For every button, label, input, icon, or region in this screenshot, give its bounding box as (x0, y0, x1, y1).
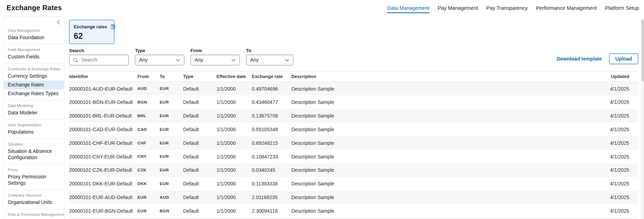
cell-from-currency: CHF (138, 141, 160, 145)
table-row[interactable]: 20000101-EUR-BGN-Default EUR BGN Default… (69, 204, 638, 218)
cell-description: Description Sample (291, 113, 589, 119)
sidebar-item-exchange-rates-types[interactable]: Exchange Rates Types (4, 89, 64, 98)
table-row[interactable]: 20000101-CZK-EUR-Default CZK EUR Default… (69, 163, 638, 177)
cell-identifier: 20000101-DKK-EUR-Default (69, 181, 138, 186)
nav-item-platform-setup[interactable]: Platform Setup (605, 3, 639, 13)
cell-identifier: 20000101-AUD-EUR-Default (69, 86, 138, 91)
nav-item-pay-transparency[interactable]: Pay Transparency (486, 3, 527, 13)
from-label: From (190, 48, 240, 53)
search-filter: Search (69, 48, 129, 65)
cell-type: Default (183, 127, 216, 132)
cell-description: Description Sample (291, 99, 589, 105)
sidebar-group-label: Field Management (4, 47, 64, 52)
sidebar-groups: Data ManagementData FoundationField Mana… (4, 25, 64, 219)
cell-type: Default (183, 113, 216, 119)
column-header-from: From (138, 74, 160, 79)
cell-updated: 4/1/2025 (589, 99, 638, 105)
cell-updated: 4/1/2025 (589, 113, 638, 119)
cell-effective-date: 1/1/2000 (216, 99, 252, 105)
type-select-value: Any (139, 57, 147, 63)
cell-identifier: 20000101-CHF-EUR-Default (69, 140, 138, 146)
cell-to-currency: BGN (160, 209, 183, 213)
cell-effective-date: 1/1/2000 (216, 86, 252, 91)
cell-description: Description Sample (291, 140, 589, 146)
table-row[interactable]: 20000101-AUD-EUR-Default AUD EUR Default… (69, 82, 638, 96)
main-panel: Exchange rates 62 Search (65, 16, 644, 219)
column-header-exchange-rate: Exchange rate (252, 74, 292, 79)
cell-exchange-rate: 0.11393338 (252, 181, 292, 186)
sidebar-item-organizational-units[interactable]: Organizational Units (4, 198, 64, 207)
to-label: To (246, 48, 293, 53)
cell-type: Default (183, 86, 216, 91)
cell-updated: 4/1/2025 (589, 208, 638, 213)
exchange-rates-summary-card[interactable]: Exchange rates 62 (69, 20, 114, 44)
cell-effective-date: 1/1/2000 (216, 181, 252, 186)
nav-item-data-management[interactable]: Data Management (387, 3, 429, 13)
search-input[interactable] (80, 57, 125, 63)
table-row[interactable]: 20000101-BGN-EUR-Default BGN EUR Default… (69, 96, 638, 109)
cell-to-currency: EUR (160, 141, 183, 145)
cell-to-currency: EUR (160, 181, 183, 186)
sidebar-item-data-foundation[interactable]: Data Foundation (4, 33, 64, 42)
cell-type: Default (183, 195, 216, 200)
cell-type: Default (183, 208, 216, 213)
from-select[interactable]: Any (190, 55, 240, 65)
cell-effective-date: 1/1/2000 (216, 195, 252, 200)
table-row[interactable]: 20000101-CHF-EUR-Default CHF EUR Default… (69, 136, 638, 150)
cell-exchange-rate: 0.13675709 (252, 113, 292, 119)
vertical-scrollbar[interactable] (641, 19, 644, 219)
cell-description: Description Sample (291, 167, 589, 173)
table-header: IdentifierFromToTypeEffective dateExchan… (69, 71, 638, 82)
table-row[interactable]: 20000101-CNY-EUR-Default CNY EUR Default… (69, 150, 638, 163)
cell-effective-date: 1/1/2000 (216, 154, 252, 159)
cell-type: Default (183, 167, 216, 173)
table-row[interactable]: 20000101-DKK-EUR-Default DKK EUR Default… (69, 177, 638, 191)
sidebar-collapse-button[interactable] (55, 19, 62, 26)
sidebar-item-exchange-rates[interactable]: Exchange Rates (4, 80, 64, 89)
download-template-link[interactable]: Download template (556, 56, 602, 62)
table-actions: Download template Upload (556, 54, 638, 65)
filter-row: Search Type Any From (69, 48, 638, 65)
column-header-identifier: Identifier (69, 74, 138, 79)
chevron-left-icon (56, 20, 61, 24)
cell-description: Description Sample (291, 154, 589, 159)
sidebar-item-proxy-permission-settings[interactable]: Proxy Permission Settings (4, 173, 64, 188)
table-row[interactable]: 20000101-EUR-AUD-Default EUR AUD Default… (69, 190, 638, 204)
type-filter: Type Any (135, 48, 184, 65)
to-filter: To Any (246, 48, 293, 65)
cell-exchange-rate: 0.0340245 (252, 167, 292, 173)
cell-exchange-rate: 0.55105348 (252, 127, 292, 132)
table-row-partial (69, 218, 638, 219)
sidebar-item-custom-fields[interactable]: Custom Fields (4, 52, 64, 61)
type-select[interactable]: Any (135, 55, 184, 65)
sidebar-item-user-security[interactable]: User Security (4, 218, 64, 219)
sidebar-group-label: User Segmentation (4, 122, 64, 127)
table-row[interactable]: 20000101-CAD-EUR-Default CAD EUR Default… (69, 122, 638, 136)
nav-item-performance-management[interactable]: Performance Management (536, 3, 597, 13)
cell-from-currency: CZK (138, 168, 160, 172)
page-title: Exchange Rates (7, 4, 62, 13)
cell-identifier: 20000101-EUR-BGN-Default (69, 208, 138, 213)
cell-from-currency: CAD (138, 127, 160, 132)
sidebar-item-currency-settings[interactable]: Currency Settings (4, 72, 64, 81)
scrollbar-thumb[interactable] (642, 20, 644, 81)
upload-button[interactable]: Upload (609, 54, 638, 64)
nav-item-pay-management[interactable]: Pay Management (438, 3, 478, 13)
to-select[interactable]: Any (246, 55, 293, 65)
chevron-down-icon (231, 59, 236, 62)
cell-from-currency: EUR (138, 195, 160, 199)
cell-exchange-rate: 0.10847233 (252, 154, 292, 159)
to-select-value: Any (250, 57, 259, 63)
cell-description: Description Sample (291, 181, 589, 186)
coins-in-hand-icon (110, 23, 116, 30)
summary-card-header: Exchange rates (74, 23, 110, 30)
cell-exchange-rate: 2.30094118 (252, 208, 292, 213)
cell-type: Default (183, 154, 216, 159)
table-row[interactable]: 20000101-BRL-EUR-Default BRL EUR Default… (69, 109, 638, 123)
sidebar-item-data-modeler[interactable]: Data Modeler (4, 108, 64, 117)
cell-to-currency: EUR (160, 168, 183, 172)
cell-updated: 4/1/2025 (589, 167, 638, 173)
sidebar-group-label: Data Management (4, 27, 64, 33)
sidebar-item-situation-absence-configuration[interactable]: Situation & Absence Configuration (4, 147, 64, 162)
sidebar-item-populations[interactable]: Populations (4, 128, 64, 137)
